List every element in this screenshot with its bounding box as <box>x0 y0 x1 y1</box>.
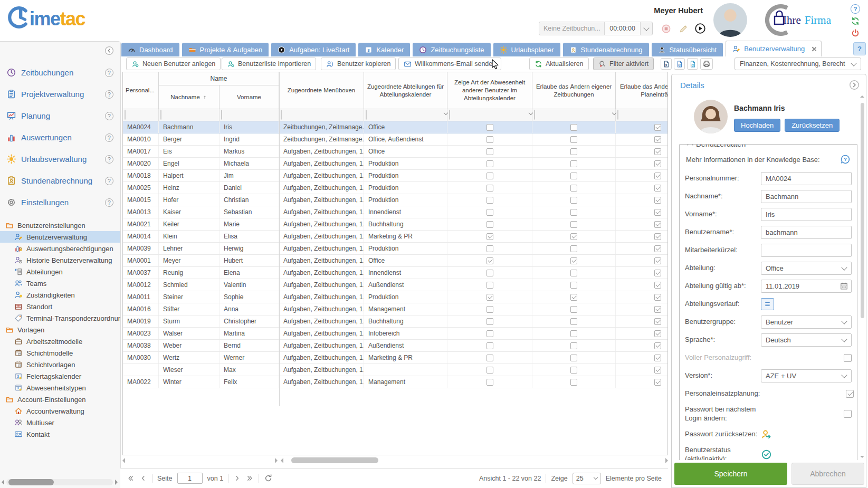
checkbox-planeintraege[interactable] <box>654 136 661 143</box>
table-row[interactable]: MA0037 Reunig Elena Aufgaben, Zeitbuchun… <box>123 267 668 279</box>
tree-item[interactable]: Account-Einstellungen <box>0 394 120 405</box>
checkbox-abwesenheit[interactable] <box>487 148 493 155</box>
scroll-up-icon[interactable] <box>860 95 864 98</box>
checkbox-zeitbuchungen[interactable] <box>570 282 577 289</box>
tab[interactable]: Dashboard <box>121 43 179 56</box>
checkbox-abwesenheit[interactable] <box>487 330 493 337</box>
checkbox-zeitbuchungen[interactable] <box>570 209 577 216</box>
filter-input[interactable] <box>366 110 367 120</box>
checkbox-planeintraege[interactable] <box>654 294 661 301</box>
date-input[interactable]: 11.01.2019 <box>761 280 852 293</box>
checkbox-zeitbuchungen[interactable] <box>570 379 577 386</box>
table-row[interactable]: MA0011 Steiner Sophie Aufgaben, Zeitbuch… <box>123 291 668 303</box>
checkbox-abwesenheit[interactable] <box>487 209 493 216</box>
table-row[interactable]: MA0024 Bachmann Iris Zeitbuchungen, Zeit… <box>123 121 668 133</box>
table-row[interactable]: MA0039 Lehner Herwig Aufgaben, Zeitbuchu… <box>123 243 668 255</box>
tree-item[interactable]: 7 Schichtmodelle <box>0 347 120 359</box>
checkbox-abwesenheit[interactable] <box>487 124 493 131</box>
filter-dropdown[interactable] <box>617 110 618 120</box>
checkbox-abwesenheit[interactable] <box>487 136 493 143</box>
checkbox-planeintraege[interactable] <box>654 245 661 252</box>
edit-tracking-icon[interactable] <box>679 24 689 34</box>
new-user-button[interactable]: Neuen Benutzer anlegen <box>126 58 221 70</box>
tab[interactable]: 3 Kalender <box>358 43 410 56</box>
history-button[interactable] <box>761 298 774 310</box>
sidebar-item[interactable]: Urlaubsverwaltung ? <box>0 148 120 170</box>
sidebar-item[interactable]: Stundenabrechnung ? <box>0 170 120 192</box>
scroll-right-icon[interactable] <box>115 480 118 485</box>
checkbox-abwesenheit[interactable] <box>487 160 493 167</box>
tree-item[interactable]: Arbeitszeitmodelle <box>0 336 120 347</box>
checkbox-planeintraege[interactable] <box>654 270 661 276</box>
column-header-menueboxen[interactable]: Zugeordnete Menüboxen <box>279 72 364 109</box>
column-header-zeitbuchungen[interactable]: Erlaube das Ändern eigener Zeitbuchungen <box>532 72 616 109</box>
checkbox-abwesenheit[interactable] <box>487 197 493 204</box>
tree-item[interactable]: 3 Abwesenheitstypen <box>0 382 120 394</box>
sidebar-item[interactable]: Auswertungen ? <box>0 127 120 148</box>
select-input[interactable]: Deutsch <box>761 333 852 347</box>
help-icon[interactable]: ? <box>105 133 113 142</box>
context-help-button[interactable]: ? <box>853 42 866 55</box>
tree-item[interactable]: Standort <box>0 301 120 312</box>
text-input[interactable] <box>761 244 852 257</box>
sidebar-item[interactable]: Projektverwaltung ? <box>0 83 120 105</box>
sidebar-item[interactable]: Zeitbuchungen ? <box>0 62 120 83</box>
sidebar-item[interactable]: Planung ? <box>0 105 120 127</box>
select-input[interactable]: Office <box>761 262 852 275</box>
checkbox-planeintraege[interactable] <box>654 330 661 337</box>
checkbox-zeitbuchungen[interactable] <box>570 355 577 361</box>
table-row[interactable]: MA0030 Wertz Werner Aufgaben, Zeitbuchun… <box>123 352 668 364</box>
table-h-scrollbar-right[interactable] <box>281 456 668 464</box>
checkbox-planeintraege[interactable] <box>654 209 661 216</box>
checkbox-planeintraege[interactable] <box>654 306 661 313</box>
checkbox-zeitbuchungen[interactable] <box>570 197 577 204</box>
text-input[interactable]: Iris <box>761 208 852 221</box>
scroll-right-icon[interactable] <box>275 458 278 463</box>
checkbox-abwesenheit[interactable] <box>487 355 493 361</box>
help-icon[interactable]: ? <box>105 112 113 120</box>
table-row[interactable]: MA0020 Engel Michaela Aufgaben, Zeitbuch… <box>123 158 668 170</box>
checkbox-planeintraege[interactable] <box>654 124 661 131</box>
checkbox-zeitbuchungen[interactable] <box>570 233 577 240</box>
checkbox-planeintraege[interactable] <box>654 197 661 204</box>
checkbox-planeintraege[interactable] <box>654 257 661 264</box>
tree-item[interactable]: Auswertungsberechtigungen <box>0 243 120 254</box>
scroll-left-icon[interactable] <box>2 480 4 485</box>
checkbox-abwesenheit[interactable] <box>487 173 493 179</box>
column-header-abwesenheit[interactable]: Zeige Art der Abwesenheit anderer Benutz… <box>447 72 532 109</box>
checkbox-zeitbuchungen[interactable] <box>570 173 577 179</box>
stop-tracking-icon[interactable] <box>661 24 671 34</box>
help-icon[interactable]: ? <box>105 198 113 207</box>
checkbox-zeitbuchungen[interactable] <box>570 318 577 325</box>
panel-v-scrollbar[interactable] <box>860 95 865 458</box>
table-row[interactable]: MA0013 Kaiser Sebastian Aufgaben, Zeitbu… <box>123 206 668 218</box>
scroll-down-icon[interactable] <box>860 456 864 458</box>
checkbox-abwesenheit[interactable] <box>487 257 493 264</box>
tab[interactable]: Aufgaben: LiveStart <box>271 43 356 56</box>
checkbox-zeitbuchungen[interactable] <box>570 306 577 313</box>
checkbox-zeitbuchungen[interactable] <box>570 245 577 252</box>
tree-item[interactable]: Accountverwaltung <box>0 405 120 417</box>
column-preset-dropdown[interactable]: Finanzen, Kostenrechnung, Berecht <box>735 58 861 70</box>
table-row[interactable]: MA0023 Walser Martina Aufgaben, Zeitbuch… <box>123 328 668 340</box>
checkbox-planeintraege[interactable] <box>654 233 661 240</box>
table-row[interactable]: MA0012 Schmied Valentin Aufgaben, Zeitbu… <box>123 279 668 291</box>
checkbox-abwesenheit[interactable] <box>487 318 493 325</box>
help-icon[interactable]: ? <box>105 155 113 164</box>
checkbox-zeitbuchungen[interactable] <box>570 148 577 155</box>
save-button[interactable]: Speichern <box>674 463 787 485</box>
checkbox-planeintraege[interactable] <box>654 148 661 155</box>
table-row[interactable]: MA0021 Keiler Marie Aufgaben, Zeitbuchun… <box>123 218 668 231</box>
checkbox-planeintraege[interactable] <box>654 379 661 386</box>
time-tracker-widget[interactable]: Keine Zeitbuchun... 00:00:00 <box>539 22 653 35</box>
checkbox-abwesenheit[interactable] <box>487 379 493 386</box>
checkbox-zeitbuchungen[interactable] <box>570 257 577 264</box>
panel-collapse-icon[interactable] <box>849 80 860 90</box>
close-icon[interactable] <box>812 46 817 52</box>
tree-item[interactable]: Kontakt <box>0 428 120 440</box>
kb-help-icon[interactable]: ? <box>840 154 851 165</box>
filter-dropdown[interactable] <box>449 110 450 120</box>
checkbox-zeitbuchungen[interactable] <box>570 124 577 131</box>
checkbox-abwesenheit[interactable] <box>487 282 493 289</box>
tree-item[interactable]: Zuständigkeiten <box>0 289 120 301</box>
